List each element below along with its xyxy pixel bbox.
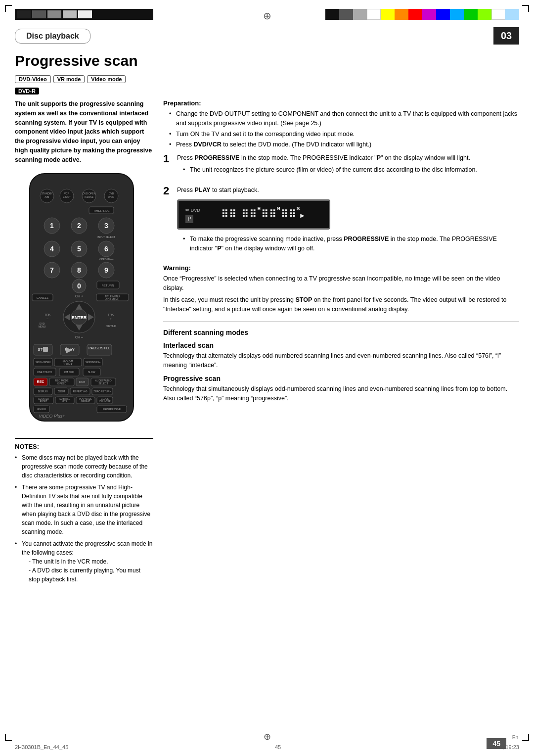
svg-text:+: +	[110, 317, 112, 320]
top-color-bar	[325, 9, 519, 20]
svg-text:/REPEAT: /REPEAT	[81, 400, 90, 403]
footer-code: 2H30301B_En_44_45	[15, 744, 68, 750]
step-2: 2 Press PLAY to start playback. ✏ DVD P …	[163, 186, 519, 257]
prep-item-1: Change the DVD OUTPUT setting to COMPONE…	[169, 109, 519, 128]
progressive-scan-heading: Progressive scan	[163, 375, 519, 382]
svg-text:2: 2	[77, 222, 81, 230]
svg-text:REC: REC	[37, 380, 44, 383]
left-column: The unit supports the progressive scanni…	[15, 99, 153, 587]
svg-text:VIDEO Plus+: VIDEO Plus+	[99, 258, 114, 261]
color-white2	[491, 9, 505, 20]
svg-rect-62	[43, 347, 48, 352]
svg-text:SELECT: SELECT	[98, 382, 108, 385]
gray-block-4	[63, 10, 77, 18]
step-1-bullets: The unit recognizes the picture source (…	[183, 165, 519, 175]
svg-text:ENTER: ENTER	[72, 315, 87, 320]
pencil-icon: ✏ DVD	[185, 206, 200, 214]
step-2-bullet-1: To make the progressive scanning mode in…	[183, 235, 519, 253]
display-time: ⠿⠿ ⠿⠿H⠿⠿M⠿⠿S▶	[204, 205, 322, 224]
step-2-content: Press PLAY to start playback. ✏ DVD P ⠿⠿…	[177, 186, 519, 257]
gray-block-3	[47, 10, 61, 18]
warning-para-2: In this case, you must reset the unit by…	[163, 295, 519, 314]
svg-text:MENU: MENU	[39, 325, 46, 328]
color-white	[367, 9, 381, 20]
svg-text:CH +: CH +	[75, 294, 83, 298]
note-item-3: You cannot activate the progressive scan…	[15, 539, 153, 584]
bottom-page-number: 45	[487, 738, 506, 749]
crosshair-top: ⊕	[263, 10, 271, 22]
svg-text:7: 7	[50, 266, 54, 274]
mode-badges: DVD-Video VR mode Video mode	[15, 75, 519, 83]
svg-text:DVD OPEN: DVD OPEN	[83, 192, 96, 195]
color-lime	[478, 9, 491, 20]
svg-text:/SPEED: /SPEED	[57, 382, 67, 385]
diff-scanning-section: Different scanning modes Interlaced scan…	[163, 329, 519, 403]
badge-dvd-video: DVD-Video	[15, 75, 51, 83]
gray-block-1	[17, 10, 31, 18]
diff-scanning-heading: Different scanning modes	[163, 329, 519, 336]
two-col-layout: The unit supports the progressive scanni…	[15, 99, 519, 587]
notes-section: NOTES: Some discs may not be played back…	[15, 438, 153, 584]
svg-text:SKIP/INDEX+: SKIP/INDEX+	[86, 361, 101, 364]
progressive-scan-text: Technology that simultaneously displays …	[163, 384, 519, 403]
color-orange	[395, 9, 408, 20]
svg-text:3: 3	[104, 222, 108, 230]
svg-text:STANDBY: STANDBY	[41, 192, 53, 195]
svg-text:PAUSE/STILL: PAUSE/STILL	[89, 346, 110, 350]
color-light-blue	[505, 9, 519, 20]
svg-text:INPUT SELECT: INPUT SELECT	[97, 236, 115, 238]
color-gray	[353, 9, 367, 20]
svg-text:RESET: RESET	[40, 400, 47, 403]
display-left-icons: ✏ DVD P	[185, 206, 200, 224]
notes-title: NOTES:	[15, 443, 153, 450]
corner-mark-br	[522, 734, 529, 741]
section-tab: Disc playback	[15, 29, 90, 44]
svg-text:RETURN: RETURN	[102, 284, 114, 287]
svg-text:8: 8	[77, 266, 81, 274]
color-cyan	[450, 9, 464, 20]
step-2-number: 2	[163, 186, 173, 196]
preparation-list: Change the DVD OUTPUT setting to COMPONE…	[169, 109, 519, 149]
warning-section: Warning: Once “Progressive” is selected …	[163, 264, 519, 314]
svg-text:PROGRESSIVE: PROGRESSIVE	[103, 408, 121, 411]
note-sub-2: - A DVD disc is currently playing. You m…	[22, 566, 153, 584]
badge-vr-mode: VR mode	[53, 75, 85, 83]
svg-text:VIDEO Plus+: VIDEO Plus+	[39, 414, 65, 419]
svg-text:CH –: CH –	[75, 335, 83, 339]
steps-area: 1 Press PROGRESSIVE in the stop mode. Th…	[163, 153, 519, 257]
gray-block-5	[78, 10, 92, 18]
step-1-number: 1	[163, 153, 173, 164]
footer-lang: En	[512, 735, 518, 740]
svg-text:/ON: /ON	[45, 195, 49, 198]
svg-text:EJECT: EJECT	[63, 195, 71, 198]
svg-text:DVD: DVD	[109, 192, 114, 195]
corner-mark-tr	[522, 5, 529, 12]
color-yellow	[381, 9, 395, 20]
step-1-bullet-1: The unit recognizes the picture source (…	[183, 165, 519, 175]
step-1-content: Press PROGRESSIVE in the stop mode. The …	[177, 153, 519, 179]
corner-mark-tl	[5, 5, 12, 12]
svg-text:/ATR: /ATR	[62, 400, 68, 403]
page-title: Progressive scan	[15, 52, 519, 69]
svg-text:CM SKIP: CM SKIP	[64, 371, 75, 374]
svg-text:CANCEL: CANCEL	[37, 296, 49, 299]
svg-text:TRK: TRK	[44, 313, 50, 316]
top-black-bar	[15, 9, 153, 20]
color-blue	[436, 9, 450, 20]
p-indicator: P	[185, 215, 193, 223]
svg-text:/COUNTER: /COUNTER	[99, 400, 111, 403]
color-black	[325, 9, 339, 20]
svg-text:TRK: TRK	[108, 313, 114, 316]
preparation-section: Preparation: Change the DVD OUTPUT setti…	[163, 99, 519, 149]
warning-heading: Warning:	[163, 264, 519, 272]
svg-text:/VCR: /VCR	[108, 195, 114, 198]
color-magenta	[422, 9, 436, 20]
page-footer: 2H30301B_En_44_45 45 8/4/05, 19:23	[15, 744, 519, 750]
notes-list: Some discs may not be played back with t…	[15, 453, 153, 584]
warning-para-1: Once “Progressive” is selected when conn…	[163, 274, 519, 293]
svg-text:/ANGLE: /ANGLE	[37, 408, 46, 411]
corner-mark-bl	[5, 734, 12, 741]
intro-text: The unit supports the progressive scanni…	[15, 99, 153, 164]
note-item-2: There are some progressive TV and High-D…	[15, 483, 153, 536]
badge-dvd-r: DVD-R	[15, 88, 39, 94]
